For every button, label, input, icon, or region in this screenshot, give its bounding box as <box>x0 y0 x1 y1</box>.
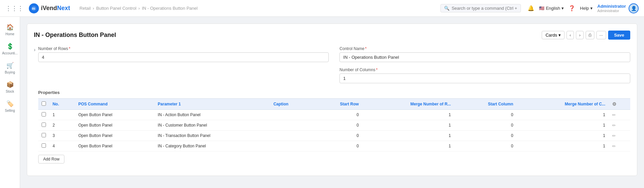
sidebar: 🏠 Home 💲 Accounti... 🛒 Buying 📦 Stock 🏷️… <box>0 17 20 188</box>
row-edit-3: ✏ <box>609 141 630 151</box>
stock-icon: 📦 <box>6 81 14 88</box>
row-no-3: 4 <box>49 141 75 151</box>
search-bar[interactable]: 🔍 <box>440 4 521 12</box>
help-menu[interactable]: Help ▾ <box>580 6 593 11</box>
row-caption-3 <box>270 141 312 151</box>
app-logo: m iVendNext <box>29 3 70 13</box>
row-parameter1-1: IN - Customer Button Panel <box>154 120 270 131</box>
row-parameter1-2: IN - Transaction Button Panel <box>154 131 270 141</box>
properties-label: Properties <box>38 90 630 95</box>
language-label: English <box>546 6 560 11</box>
breadcrumb-retail[interactable]: Retail <box>79 6 91 11</box>
row-checkbox-1[interactable] <box>42 123 46 127</box>
sidebar-item-selling[interactable]: 🏷️ Selling <box>1 97 19 115</box>
row-start-row-1: 0 <box>312 120 362 131</box>
next-button[interactable]: › <box>576 31 583 39</box>
required-mark2: * <box>365 46 367 51</box>
form-grid: Number of Rows* Control Name* Number of <box>38 46 630 83</box>
section-collapse: › Number of Rows* Control Name* <box>34 46 630 163</box>
page-actions: Cards ▾ ‹ › ⎙ ··· Save <box>542 31 630 40</box>
sidebar-label-accounting: Accounti... <box>2 51 18 55</box>
table-row: 4 Open Button Panel IN - Category Button… <box>38 141 630 151</box>
properties-table: No. POS Command Parameter 1 Caption Star… <box>38 98 630 151</box>
edit-icon-2[interactable]: ✏ <box>612 133 616 138</box>
row-checkbox-3[interactable] <box>42 143 46 148</box>
header-checkbox-cell <box>38 99 49 110</box>
required-mark3: * <box>376 67 378 72</box>
row-checkbox-2[interactable] <box>42 133 46 137</box>
edit-icon-1[interactable]: ✏ <box>612 123 616 128</box>
header-gear: ⚙ <box>609 99 630 110</box>
row-checkbox-0[interactable] <box>42 112 46 116</box>
row-caption-2 <box>270 131 312 141</box>
header-parameter1: Parameter 1 <box>154 99 270 110</box>
breadcrumb-current: IN - Operations Button Panel <box>142 6 198 11</box>
grid-icon[interactable]: ⋮⋮⋮ <box>5 5 23 12</box>
control-name-input[interactable] <box>339 52 630 62</box>
number-of-columns-label: Number of Columns* <box>339 67 630 72</box>
sidebar-item-accounting[interactable]: 💲 Accounti... <box>1 40 19 58</box>
row-no-1: 2 <box>49 120 75 131</box>
user-role-label: Administrator <box>597 9 626 13</box>
print-button[interactable]: ⎙ <box>586 31 594 39</box>
logo-ivend: iVendNext <box>41 5 70 12</box>
row-start-row-2: 0 <box>312 131 362 141</box>
edit-icon-0[interactable]: ✏ <box>612 112 616 117</box>
header-start-col: Start Column <box>454 99 517 110</box>
sidebar-label-home: Home <box>5 32 14 36</box>
logo-icon: m <box>29 3 39 13</box>
control-name-label: Control Name* <box>339 46 630 51</box>
collapse-arrow-icon[interactable]: › <box>34 47 36 52</box>
navbar: ⋮⋮⋮ m iVendNext Retail › Button Panel Co… <box>0 0 644 17</box>
language-selector[interactable]: 🇺🇸 English ▾ <box>539 6 564 11</box>
row-no-2: 3 <box>49 131 75 141</box>
gear-icon[interactable]: ⚙ <box>612 101 616 107</box>
row-caption-0 <box>270 110 312 120</box>
number-of-rows-input[interactable] <box>38 52 329 62</box>
user-menu[interactable]: Administrator Administrator 👤 <box>597 3 639 13</box>
sidebar-item-buying[interactable]: 🛒 Buying <box>1 59 19 77</box>
edit-icon-3[interactable]: ✏ <box>612 144 616 149</box>
sidebar-item-stock[interactable]: 📦 Stock <box>1 78 19 96</box>
select-all-checkbox[interactable] <box>42 101 46 106</box>
number-of-columns-input[interactable] <box>339 74 630 83</box>
sidebar-item-home[interactable]: 🏠 Home <box>1 21 19 39</box>
accounting-icon: 💲 <box>6 43 14 50</box>
prev-button[interactable]: ‹ <box>567 31 574 39</box>
row-merge-col-1: 1 <box>517 120 608 131</box>
sidebar-label-stock: Stock <box>6 90 14 93</box>
save-button[interactable]: Save <box>608 31 630 40</box>
properties-section: Properties No. POS Command Parameter 1 C… <box>38 90 630 163</box>
navbar-actions: 🔔 🇺🇸 English ▾ ❓ Help ▾ Administrator Ad… <box>528 3 639 13</box>
page-header: IN - Operations Button Panel Cards ▾ ‹ ›… <box>34 31 630 40</box>
row-caption-1 <box>270 120 312 131</box>
table-body: 1 Open Button Panel IN - Action Button P… <box>38 110 630 151</box>
header-merge-row: Merge Number of R... <box>362 99 454 110</box>
bell-icon[interactable]: 🔔 <box>528 5 534 11</box>
help-chevron-icon: ▾ <box>590 6 593 11</box>
selling-icon: 🏷️ <box>6 100 14 107</box>
table-row: 2 Open Button Panel IN - Customer Button… <box>38 120 630 131</box>
row-checkbox-cell <box>38 131 49 141</box>
cards-button[interactable]: Cards ▾ <box>542 31 565 39</box>
search-input[interactable] <box>451 6 517 11</box>
row-pos-command-0: Open Button Panel <box>75 110 154 120</box>
table-row: 3 Open Button Panel IN - Transaction But… <box>38 131 630 141</box>
avatar: 👤 <box>629 3 639 13</box>
language-chevron-icon: ▾ <box>561 6 564 11</box>
page-title: IN - Operations Button Panel <box>34 32 116 39</box>
row-merge-row-2: 1 <box>362 131 454 141</box>
breadcrumb-button-panel-control[interactable]: Button Panel Control <box>96 6 137 11</box>
row-edit-2: ✏ <box>609 131 630 141</box>
flag-icon: 🇺🇸 <box>539 6 544 11</box>
row-checkbox-cell <box>38 110 49 120</box>
breadcrumb-sep2: › <box>139 6 140 11</box>
add-row-button[interactable]: Add Row <box>38 155 65 163</box>
table-header: No. POS Command Parameter 1 Caption Star… <box>38 99 630 110</box>
row-start-col-1: 0 <box>454 120 517 131</box>
username-label: Administrator <box>597 4 626 9</box>
more-button[interactable]: ··· <box>596 31 606 39</box>
row-start-col-3: 0 <box>454 141 517 151</box>
table-row: 1 Open Button Panel IN - Action Button P… <box>38 110 630 120</box>
page-card: IN - Operations Button Panel Cards ▾ ‹ ›… <box>27 23 637 176</box>
